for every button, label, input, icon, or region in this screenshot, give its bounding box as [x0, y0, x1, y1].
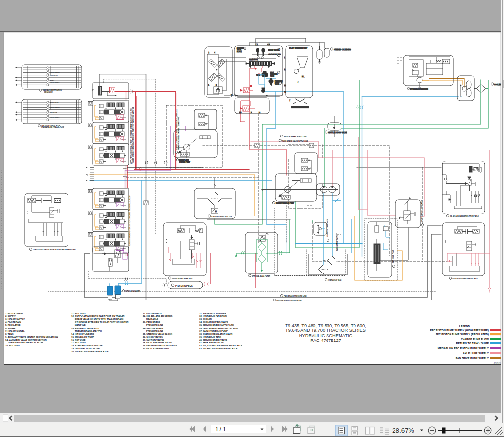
svg-text:COOLER: COOLER [494, 84, 501, 86]
svg-text:PARK BRAKE VALVE SUPPLY LINE: PARK BRAKE VALVE SUPPLY LINE [282, 140, 308, 142]
svg-text:PILOT: PILOT [123, 173, 127, 174]
svg-text:MEGAFLOW PFC PISTON PUMP SUPPL: MEGAFLOW PFC PISTON PUMP SUPPLY [438, 347, 489, 350]
svg-text:30. PILOT STEERING UNIT: 30. PILOT STEERING UNIT [143, 347, 169, 350]
svg-text:500/600 SERIES REAR AXLE: 500/600 SERIES REAR AXLE [172, 278, 192, 280]
svg-text:PISTON PUMP: PISTON PUMP [179, 161, 191, 163]
svg-text:47675TC: 47675TC [494, 362, 501, 364]
svg-text:REGULATED: REGULATED [123, 171, 130, 172]
svg-text:BP: BP [239, 112, 242, 114]
svg-text:10. NOT USED: 10. NOT USED [5, 344, 20, 347]
svg-text:SERVICE BRAKE PRESSURE LINE: SERVICE BRAKE PRESSURE LINE [276, 300, 302, 301]
svg-text:STANDARD AND PARALLEL FLOW: STANDARD AND PARALLEL FLOW [8, 341, 43, 344]
svg-text:33. COOLER: 33. COOLER [199, 318, 212, 320]
svg-text:SERVICE BRAKE SUPPLY LINE: SERVICE BRAKE SUPPLY LINE [284, 136, 307, 137]
svg-text:32. HYDRAULIC FAN DRIVE: 32. HYDRAULIC FAN DRIVE [199, 315, 227, 317]
svg-text:40. SERVICE BRAKE VALVE: 40. SERVICE BRAKE VALVE [199, 339, 227, 341]
svg-text:15. MEGAFLOW PUMP: 15. MEGAFLOW PUMP [71, 336, 94, 338]
svg-text:PRESSURE LINE: PRESSURE LINE [146, 324, 163, 326]
svg-text:43. 500 AND 600 SERIES FRONT A: 43. 500 AND 600 SERIES FRONT AXLE [199, 347, 237, 350]
svg-text:MEGAFLOW: MEGAFLOW [44, 91, 53, 93]
svg-text:LEGEND: LEGEND [459, 325, 470, 328]
svg-text:20. 500 AND 600 SERIES REAR AX: 20. 500 AND 600 SERIES REAR AXLE [71, 350, 109, 353]
svg-text:RETURN TO TANK / SUMP: RETURN TO TANK / SUMP [456, 342, 489, 345]
svg-text:HITCH CYLINDERS: HITCH CYLINDERS [125, 290, 141, 292]
svg-text:AXLE LUBE SUPPLY: AXLE LUBE SUPPLY [463, 352, 489, 355]
svg-text:OPTIONAL DUAL FILTER: OPTIONAL DUAL FILTER [252, 275, 271, 277]
svg-text:VALVE: VALVE [275, 83, 279, 85]
svg-text:DRAIN: DRAIN [123, 176, 127, 177]
svg-text:CHARGE REGULATOR VALVE: CHARGE REGULATOR VALVE [421, 200, 423, 222]
svg-text:13 AUXILIARY VALVE WITH TRAILE: 13 AUXILIARY VALVE WITH TRAILER BRAKE AN… [33, 249, 76, 251]
svg-text:8. TANK: 8. TANK [5, 333, 14, 335]
svg-text:HYDRAULIC TANK: HYDRAULIC TANK [328, 279, 342, 281]
svg-text:2. SUPPLY: 2. SUPPLY [5, 315, 16, 317]
svg-text:BLOCK: BLOCK [237, 51, 242, 53]
svg-text:CR: CR [267, 44, 270, 46]
svg-text:29. PRESSURE REDUCING VALVE: 29. PRESSURE REDUCING VALVE [143, 344, 177, 347]
svg-text:T9.645 AND T9.700 TRACTOR SERI: T9.645 AND T9.700 TRACTOR SERIES [286, 328, 366, 333]
svg-text:11. NOT USED: 11. NOT USED [71, 312, 85, 314]
svg-text:500 AND 600 SERIES FRONT AXLE: 500 AND 600 SERIES FRONT AXLE [452, 278, 478, 280]
svg-text:STANDARD AND PARALLEL FLOW: STANDARD AND PARALLEL FLOW [41, 126, 64, 128]
svg-text:4: 4 [214, 52, 215, 54]
svg-text:42. 315, 425 AND 458 SERIES FR: 42. 315, 425 AND 458 SERIES FRONT AXLE [199, 344, 242, 347]
svg-text:16. NOT USED: 16. NOT USED [71, 339, 86, 341]
svg-text:3: 3 [216, 84, 217, 86]
svg-text:12. SUPPLY ATTACHED TO INLET P: 12. SUPPLY ATTACHED TO INLET PORT ON TRA… [71, 315, 125, 317]
svg-text:HYDRAULIC FAN DRIVE: HYDRAULIC FAN DRIVE [410, 88, 428, 90]
svg-text:14. HITCH CYLINDERS: 14. HITCH CYLINDERS [71, 333, 94, 335]
svg-text:39. HYDRAULIC TANK: 39. HYDRAULIC TANK [199, 336, 222, 338]
svg-text:STANDARD SINGLE FILTER: STANDARD SINGLE FILTER [211, 216, 232, 218]
svg-text:315, 425, AND 458 SERIES FRONT: 315, 425, AND 458 SERIES FRONT AXLE [450, 215, 479, 217]
svg-text:41. PARK BRAKE VALVE: 41. PARK BRAKE VALVE [199, 341, 224, 344]
svg-text:BRAKE VALVE ON UNITS WITH TRAI: BRAKE VALVE ON UNITS WITH TRAILER BRAKE [75, 318, 124, 320]
svg-text:SHUTTLE BYPASS VALVE: SHUTTLE BYPASS VALVE [328, 132, 347, 134]
svg-text:6. SIGNAL: 6. SIGNAL [5, 327, 16, 329]
svg-text:REAR AXLE: REAR AXLE [146, 318, 158, 320]
svg-text:3. HIFLOW SUPPLY: 3. HIFLOW SUPPLY [5, 318, 25, 320]
svg-text:VALVE OTHERWISE ATTACHED TO IN: VALVE OTHERWISE ATTACHED TO INLET PORT [178, 116, 180, 150]
svg-text:FAN DRIVE PUMP: FAN DRIVE PUMP [392, 249, 394, 263]
svg-text:17. NOT USED: 17. NOT USED [71, 341, 86, 344]
svg-text:COOLER BYPASS VALVE: COOLER BYPASS VALVE [327, 219, 328, 237]
svg-text:5. REGULATED: 5. REGULATED [5, 324, 21, 326]
svg-text:34. COOLER BYPASS VALVE: 34. COOLER BYPASS VALVE [199, 321, 228, 323]
svg-text:18. STANDARD SINGLE FILTER: 18. STANDARD SINGLE FILTER [71, 344, 103, 347]
svg-text:SHOCK VALVES: SHOCK VALVES [268, 49, 279, 51]
svg-text:PTO DROPBOX: PTO DROPBOX [175, 284, 193, 287]
svg-text:CL: CL [256, 44, 258, 46]
svg-text:SIGNAL: SIGNAL [123, 168, 128, 169]
svg-text:MAIN HYDRAULIC PUMP: MAIN HYDRAULIC PUMP [276, 202, 295, 204]
svg-text:SUPPLY: SUPPLY [123, 166, 128, 167]
svg-text:PARK BRAKE VALVE: PARK BRAKE VALVE [336, 235, 338, 251]
svg-text:19. OPTIONAL DUAL FILTER: 19. OPTIONAL DUAL FILTER [71, 347, 100, 350]
svg-text:TRAILER BRAKE AND TPH: TRAILER BRAKE AND TPH [75, 330, 102, 332]
svg-text:TB: TB [231, 94, 233, 96]
svg-text:1 / 1: 1 / 1 [215, 426, 226, 432]
svg-text:L: L [284, 57, 285, 59]
svg-text:CHARGE PUMP FLOW: CHARGE PUMP FLOW [461, 338, 489, 341]
svg-text:37. MAIN HYDRAULIC PUMP: 37. MAIN HYDRAULIC PUMP [199, 330, 228, 332]
svg-text:PFC PISTON PUMP SUPPLY (HIGH P: PFC PISTON PUMP SUPPLY (HIGH PRESSURE) [430, 329, 489, 332]
svg-text:T9.435, T9.480, T9.530, T9.565: T9.435, T9.480, T9.530, T9.565, T9.600, [285, 323, 366, 328]
svg-text:MANIFOLD: MANIFOLD [75, 324, 86, 326]
svg-text:25. STEERING VALVE BLOCK: 25. STEERING VALVE BLOCK [143, 333, 173, 335]
svg-text:36. PARK BRAKE VALVE SUPPLY LI: 36. PARK BRAKE VALVE SUPPLY LINE [199, 327, 238, 329]
svg-text:RAC 47675127: RAC 47675127 [310, 338, 341, 343]
svg-text:9. AUXILIARY VALVE CENTER SECT: 9. AUXILIARY VALVE CENTER SECTION MEGAFL… [5, 336, 58, 338]
svg-text:13. AUXILIARY VALVE WITH: 13. AUXILIARY VALVE WITH [71, 327, 99, 329]
svg-text:23. PARK BRAKE: 23. PARK BRAKE [143, 321, 160, 323]
svg-text:22. 315, 425, AND 458 SERIES: 22. 315, 425, AND 458 SERIES [143, 315, 173, 317]
svg-text:24. SERVICE BRAKE: 24. SERVICE BRAKE [143, 327, 163, 329]
svg-text:SUCTION VALVES: SUCTION VALVES [268, 54, 281, 55]
svg-text:26. SHOCK VALVES: 26. SHOCK VALVES [143, 336, 163, 338]
svg-text:HYDRAULIC SCHEMATIC: HYDRAULIC SCHEMATIC [299, 333, 353, 338]
svg-text:PRESSURE LINE: PRESSURE LINE [146, 330, 163, 332]
svg-text:OTHERWISE ATTACHED TO INLET PO: OTHERWISE ATTACHED TO INLET PORT ON CENT… [75, 321, 129, 323]
svg-text:4. PILOT DRAIN: 4. PILOT DRAIN [5, 321, 21, 323]
svg-text:R L: R L [302, 76, 304, 78]
svg-text:TANK: TANK [123, 179, 126, 180]
svg-text:31. STEERING CYLINDERS: 31. STEERING CYLINDERS [199, 312, 226, 314]
svg-text:LS: LS [259, 112, 261, 114]
svg-text:35. SERVICE BRAKE SUPPLY LINE: 35. SERVICE BRAKE SUPPLY LINE [199, 324, 234, 326]
